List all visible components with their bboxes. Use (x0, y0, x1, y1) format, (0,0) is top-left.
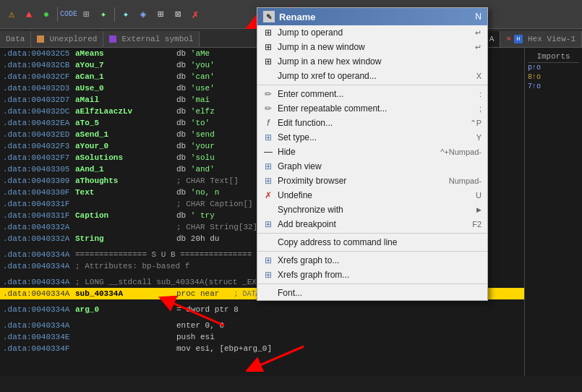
proximity-icon: ⊞ (262, 174, 275, 187)
code-line: .data:0040334A arg_0 = dword ptr 8 (0, 304, 524, 315)
menu-item-copy-address[interactable]: Copy address to command line (257, 235, 487, 250)
menu-item-label: Hide (278, 147, 296, 157)
menu-item-add-breakpoint[interactable]: ⊞ Add breakpoint F2 (257, 217, 487, 231)
undefine-icon: ✗ (262, 189, 275, 202)
menu-item-edit-function[interactable]: f Edit function... ⌃P (257, 116, 487, 130)
set-type-icon: ⊞ (262, 131, 275, 144)
right-panel-item: 8↑o (528, 72, 579, 82)
menu-item-shortcut: : (479, 90, 482, 98)
menu-item-shortcut: ^+Numpad- (440, 148, 482, 156)
toolbar-icon-green-circle[interactable]: ● (38, 7, 54, 22)
tab-external-symbol[interactable]: External symbol (103, 31, 200, 47)
graph-view-icon: ⊞ (262, 160, 275, 173)
imports-title: Imports (528, 51, 579, 63)
menu-item-label: Graph view (278, 161, 322, 171)
menu-item-xrefs-graph-to[interactable]: ⊞ Xrefs graph to... (257, 253, 487, 268)
menu-item-font[interactable]: Font... (257, 286, 487, 300)
menu-item-jump-hex-window[interactable]: ⊞ Jump in a new hex window (257, 54, 487, 69)
menu-item-repeatable-comment[interactable]: ✏ Enter repeatable comment... ; (257, 101, 487, 116)
tab-unexplored[interactable]: Unexplored (31, 31, 103, 47)
toolbar-icon-2[interactable]: ✦ (95, 7, 111, 22)
breakpoint-icon: ⊞ (262, 218, 275, 231)
comment-icon: ✏ (262, 88, 275, 101)
menu-item-label: Proximity browser (278, 176, 346, 186)
menu-item-graph-view[interactable]: ⊞ Graph view (257, 159, 487, 174)
copy-address-icon (262, 236, 275, 249)
menu-item-label: Synchronize with (278, 205, 343, 215)
menu-separator (257, 85, 487, 85)
context-menu-title: Rename (279, 12, 316, 22)
menu-item-xrefs-graph-from[interactable]: ⊞ Xrefs graph from... (257, 268, 487, 282)
toolbar-icon-red-triangle[interactable]: ▲ (21, 7, 37, 22)
menu-item-label: Set type... (278, 132, 317, 142)
menu-item-label: Enter repeatable comment... (278, 103, 387, 114)
menu-item-label: Enter comment... (278, 89, 343, 99)
toolbar-icon-code[interactable]: CODE (61, 7, 77, 22)
ida-main: ⚠ ▲ ● CODE ⊞ ✦ ✦ ◈ ⊞ ⊠ ✗ Data Unexpl (0, 0, 582, 392)
font-icon (262, 286, 275, 299)
right-panel: Imports p↑o 8↑o 7↑o (524, 48, 582, 376)
menu-item-synchronize[interactable]: Synchronize with (257, 203, 487, 217)
menu-item-shortcut: ; (479, 104, 482, 113)
menu-item-shortcut: Y (476, 133, 482, 142)
code-line: .data:0040334E push esi (0, 331, 524, 343)
menu-item-shortcut: Numpad- (449, 176, 482, 185)
menu-item-set-type[interactable]: ⊞ Set type... Y (257, 130, 487, 145)
context-menu: ✎ Rename N ⊞ Jump to operand ↵ ⊞ Jump in… (257, 7, 488, 301)
menu-item-shortcut: X (476, 72, 482, 80)
menu-item-label: Jump to xref to operand... (278, 71, 377, 81)
menu-item-shortcut: ⌃P (470, 119, 482, 128)
toolbar-icon-1[interactable]: ⊞ (78, 7, 94, 22)
tab-hex-label: Hex View-1 (528, 35, 575, 43)
context-menu-header: ✎ Rename N (257, 8, 487, 25)
jump-xref-icon (262, 69, 275, 82)
context-menu-title-shortcut: N (475, 12, 482, 22)
menu-item-label: Copy address to command line (278, 237, 397, 247)
toolbar-sep-1 (57, 7, 58, 22)
toolbar-icon-warning[interactable]: ⚠ (4, 7, 20, 22)
tab-hex-view[interactable]: × H Hex View-1 (500, 31, 582, 47)
menu-item-label: Add breakpoint (278, 219, 336, 229)
jump-new-window-icon: ⊞ (262, 41, 275, 54)
menu-item-label: Xrefs graph to... (278, 255, 339, 265)
menu-item-enter-comment[interactable]: ✏ Enter comment... : (257, 87, 487, 101)
xrefs-graph-to-icon: ⊞ (262, 254, 275, 267)
right-panel-item: 7↑o (528, 82, 579, 91)
menu-item-undefine[interactable]: ✗ Undefine U (257, 188, 487, 203)
menu-item-shortcut: U (476, 191, 482, 200)
menu-item-label: Xrefs graph from... (278, 270, 349, 280)
menu-item-label: Edit function... (278, 118, 333, 128)
menu-separator (257, 233, 487, 234)
menu-item-label: Jump in a new window (278, 42, 365, 52)
repeat-comment-icon: ✏ (262, 102, 275, 115)
toolbar-icon-4[interactable]: ◈ (135, 7, 151, 22)
menu-item-jump-new-window[interactable]: ⊞ Jump in a new window ↵ (257, 40, 487, 54)
menu-item-shortcut: F2 (472, 220, 482, 229)
code-line: .data:0040334F mov esi, [ebp+arg_0] (0, 343, 524, 354)
menu-item-label: Jump to operand (278, 27, 343, 38)
menu-separator (257, 251, 487, 252)
menu-item-label: Font... (278, 288, 302, 298)
menu-item-shortcut: ↵ (475, 43, 482, 52)
toolbar-icon-3[interactable]: ✦ (118, 7, 134, 22)
code-line: .data:0040334A enter 0, 0 (0, 320, 524, 331)
xrefs-graph-from-icon: ⊞ (262, 268, 275, 281)
right-panel-item: p↑o (528, 63, 579, 72)
jump-hex-icon: ⊞ (262, 55, 275, 68)
edit-function-icon: f (262, 116, 275, 129)
menu-item-jump-xref[interactable]: Jump to xref to operand... X (257, 69, 487, 83)
toolbar-close-button[interactable]: ✗ (187, 7, 203, 22)
menu-item-proximity-browser[interactable]: ⊞ Proximity browser Numpad- (257, 174, 487, 188)
menu-item-shortcut: ↵ (475, 28, 482, 38)
tab-hex-close[interactable]: × (506, 35, 511, 43)
hide-icon: — (262, 145, 275, 158)
toolbar-icon-6[interactable]: ⊠ (170, 7, 186, 22)
menu-item-jump-operand[interactable]: ⊞ Jump to operand ↵ (257, 25, 487, 40)
menu-item-label: Jump in a new hex window (278, 56, 381, 67)
rename-icon: ✎ (263, 11, 275, 22)
synchronize-icon (262, 203, 275, 216)
tab-data[interactable]: Data (0, 31, 31, 47)
toolbar-icon-5[interactable]: ⊞ (153, 7, 168, 22)
jump-operand-icon: ⊞ (262, 26, 275, 39)
menu-item-hide[interactable]: — Hide ^+Numpad- (257, 145, 487, 159)
